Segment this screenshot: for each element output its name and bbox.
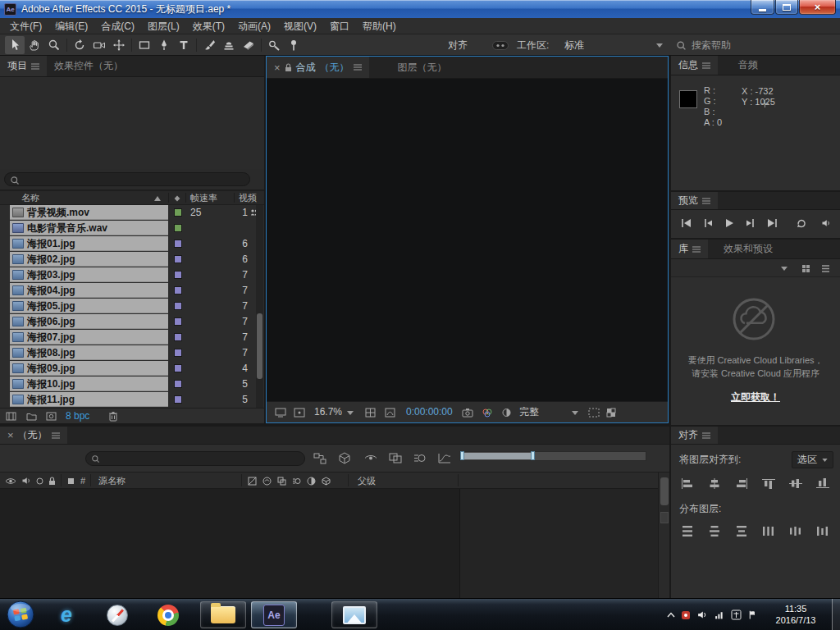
exposure-icon[interactable]	[501, 408, 512, 418]
menu-item-file[interactable]: 文件(F)	[3, 18, 48, 34]
get-now-link[interactable]: 立即获取！	[671, 390, 840, 404]
tab-info[interactable]: 信息	[671, 56, 718, 75]
time-navigator-track[interactable]	[459, 451, 646, 461]
lock-icon[interactable]	[48, 477, 56, 486]
pan-behind-tool-icon[interactable]	[109, 36, 129, 54]
close-tab-icon[interactable]: ×	[274, 62, 281, 73]
label-color-swatch[interactable]	[174, 240, 182, 248]
project-item-row[interactable]: 背景视频.mov251	[0, 205, 264, 221]
close-tab-icon[interactable]: ×	[7, 430, 14, 441]
clone-stamp-tool-icon[interactable]	[219, 36, 239, 54]
eye-icon[interactable]	[5, 477, 16, 485]
effects-icon[interactable]	[262, 477, 272, 486]
tab-layer[interactable]: 图层（无）	[390, 57, 454, 78]
project-scrollbar[interactable]	[256, 205, 263, 408]
project-item-row[interactable]: 海报08.jpg7	[0, 345, 264, 361]
magnification-dropdown[interactable]: 16.7%	[314, 402, 342, 422]
tab-effects-presets[interactable]: 效果和预设	[716, 240, 780, 258]
taskbar-chrome-icon[interactable]	[149, 602, 187, 628]
panel-menu-icon[interactable]	[52, 432, 60, 439]
type-tool-icon[interactable]	[174, 36, 194, 54]
timeline-track-area[interactable]	[459, 489, 658, 598]
distribute-bottom-icon[interactable]	[732, 523, 751, 538]
mask-visibility-icon[interactable]	[385, 408, 395, 418]
align-panel-toggle[interactable]: 对齐	[448, 34, 468, 56]
tab-audio[interactable]: 音频	[731, 56, 765, 75]
preview-monitor-icon[interactable]	[275, 408, 286, 418]
project-item-row[interactable]: 海报10.jpg5	[0, 377, 264, 392]
label-column-icon[interactable]	[173, 194, 181, 203]
draft-3d-icon[interactable]	[338, 452, 351, 464]
taskbar-explorer-button[interactable]	[200, 601, 246, 628]
frame-blend-icon[interactable]	[389, 453, 402, 463]
label-color-swatch[interactable]	[174, 395, 182, 404]
puppet-pin-tool-icon[interactable]	[284, 36, 304, 54]
motion-blur-icon[interactable]	[413, 453, 427, 463]
previous-frame-icon[interactable]	[702, 218, 714, 228]
grid-view-icon[interactable]	[801, 264, 810, 273]
project-item-row[interactable]: 海报07.jpg7	[0, 330, 264, 345]
rotation-tool-icon[interactable]	[70, 36, 89, 54]
project-item-row[interactable]: 海报06.jpg7	[0, 314, 264, 330]
taskbar-after-effects-button[interactable]: Ae	[251, 601, 297, 628]
column-header-name[interactable]: 名称	[21, 191, 39, 205]
project-item-row[interactable]: 海报03.jpg7	[0, 267, 264, 283]
project-item-row[interactable]: 海报04.jpg7	[0, 283, 264, 299]
distribute-vertical-center-icon[interactable]	[705, 523, 724, 538]
label-color-swatch[interactable]	[174, 302, 182, 310]
rectangle-tool-icon[interactable]	[135, 36, 154, 54]
action-center-flag-icon[interactable]	[747, 609, 758, 620]
zoom-tool-icon[interactable]	[44, 36, 64, 54]
distribute-left-icon[interactable]	[759, 523, 778, 538]
menu-item-window[interactable]: 窗口	[323, 18, 356, 34]
column-header-framerate[interactable]: 帧速率	[190, 191, 217, 205]
menu-item-edit[interactable]: 编辑(E)	[48, 18, 94, 34]
new-folder-icon[interactable]	[26, 412, 37, 421]
resolution-dropdown[interactable]: 完整	[519, 402, 539, 422]
workspace-dropdown[interactable]: 标准	[564, 34, 584, 56]
pen-tool-icon[interactable]	[154, 36, 174, 54]
label-color-swatch[interactable]	[174, 224, 182, 232]
list-view-icon[interactable]	[821, 264, 830, 273]
panel-menu-icon[interactable]	[702, 62, 710, 69]
distribute-right-icon[interactable]	[813, 523, 833, 538]
tab-preview[interactable]: 预览	[671, 192, 718, 209]
resolution-caret-icon[interactable]	[572, 411, 578, 415]
navigator-end-handle[interactable]	[531, 451, 535, 460]
label-color-swatch[interactable]	[174, 349, 182, 357]
label-color-swatch[interactable]	[174, 317, 182, 326]
new-composition-icon[interactable]	[46, 412, 57, 421]
label-color-swatch[interactable]	[174, 333, 182, 341]
go-to-start-icon[interactable]	[681, 218, 692, 228]
zoom-caret-icon[interactable]	[347, 411, 354, 415]
snapshot-camera-icon[interactable]	[462, 408, 473, 418]
motion-blur-column-icon[interactable]	[292, 477, 301, 486]
tab-align[interactable]: 对齐	[671, 427, 718, 444]
show-channels-icon[interactable]	[482, 408, 493, 418]
go-to-end-icon[interactable]	[766, 218, 778, 228]
library-dropdown-icon[interactable]	[781, 267, 788, 271]
composition-viewer[interactable]	[267, 79, 668, 401]
label-color-swatch[interactable]	[174, 255, 182, 263]
align-right-icon[interactable]	[732, 476, 751, 491]
transparency-grid-icon[interactable]	[606, 408, 616, 418]
trash-icon[interactable]	[108, 411, 118, 422]
network-icon[interactable]	[714, 609, 725, 620]
grid-guides-icon[interactable]	[365, 408, 376, 418]
panel-menu-icon[interactable]	[354, 64, 362, 71]
audio-mute-icon[interactable]	[820, 218, 832, 228]
shy-icon[interactable]	[364, 454, 377, 463]
panel-menu-icon[interactable]	[702, 432, 710, 439]
scrollbar-thumb[interactable]	[660, 477, 669, 505]
current-time-display[interactable]: 0:00:00:00	[406, 402, 453, 422]
audio-icon[interactable]	[21, 476, 31, 486]
adjustment-layer-column-icon[interactable]	[307, 477, 316, 486]
label-color-swatch[interactable]	[174, 364, 182, 372]
project-item-row[interactable]: 海报11.jpg5	[0, 392, 264, 408]
project-search-input[interactable]	[4, 172, 250, 186]
loop-icon[interactable]	[796, 218, 807, 228]
panel-menu-icon[interactable]	[702, 198, 710, 204]
start-button[interactable]	[7, 600, 34, 628]
close-button[interactable]: ×	[799, 0, 836, 15]
project-item-row[interactable]: 电影背景音乐.wav	[0, 221, 264, 236]
